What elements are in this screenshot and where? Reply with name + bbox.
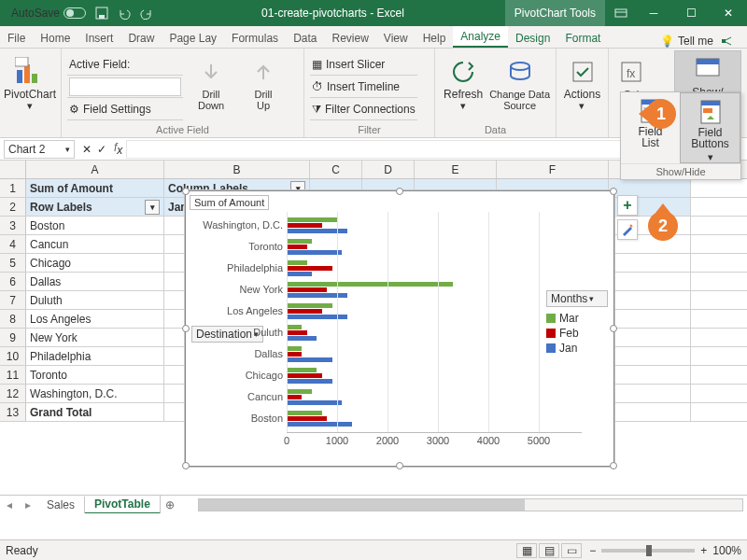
zoom-level[interactable]: 100% (712, 544, 741, 557)
tab-view[interactable]: View (376, 28, 416, 48)
active-field-input[interactable] (69, 77, 181, 96)
col-header-a[interactable]: A (26, 161, 164, 178)
pivot-chart[interactable]: Sum of Amount Destination▾ Washington, D… (185, 190, 614, 467)
row-header[interactable]: 2 (0, 198, 26, 216)
tab-help[interactable]: Help (416, 28, 454, 48)
cell[interactable]: Duluth (26, 291, 164, 309)
cell[interactable]: Row Labels▾ (26, 198, 164, 216)
share-button[interactable] (721, 35, 747, 48)
sheet-tab-sales[interactable]: Sales (37, 497, 85, 513)
name-box[interactable]: Chart 2▾ (4, 140, 75, 159)
insert-slicer-button[interactable]: ▦Insert Slicer (310, 55, 417, 76)
tab-review[interactable]: Review (324, 28, 375, 48)
tab-draw[interactable]: Draw (120, 28, 162, 48)
resize-handle[interactable] (610, 325, 617, 332)
cell[interactable] (609, 347, 691, 365)
row-header[interactable]: 8 (0, 310, 26, 328)
row-header[interactable]: 12 (0, 385, 26, 402)
view-normal-button[interactable]: ▦ (516, 543, 537, 558)
resize-handle[interactable] (610, 188, 617, 195)
row-header[interactable]: 3 (0, 217, 26, 234)
resize-handle[interactable] (396, 462, 403, 469)
zoom-out-button[interactable]: − (589, 544, 596, 557)
field-settings-button[interactable]: Field Settings (83, 103, 151, 116)
select-all-corner[interactable] (0, 161, 26, 178)
sheet-tab-pivottable[interactable]: PivotTable (85, 496, 161, 514)
tell-me[interactable]: 💡Tell me (653, 35, 721, 48)
cell[interactable] (609, 329, 691, 346)
tab-data[interactable]: Data (286, 28, 324, 48)
cell[interactable]: Sum of Amount (26, 179, 164, 197)
view-page-layout-button[interactable]: ▤ (539, 543, 559, 558)
tab-design[interactable]: Design (508, 28, 557, 48)
cell[interactable] (609, 310, 691, 328)
row-header[interactable]: 1 (0, 179, 26, 197)
tab-analyze[interactable]: Analyze (453, 26, 508, 48)
col-header-d[interactable]: D (362, 161, 415, 178)
col-header-e[interactable]: E (415, 161, 497, 178)
sheet-nav-next[interactable]: ▸ (19, 498, 37, 511)
sheet-nav-prev[interactable]: ◂ (0, 498, 19, 511)
resize-handle[interactable] (396, 188, 403, 195)
actions-button[interactable]: Actions▾ (562, 53, 602, 122)
chart-elements-button[interactable]: + (617, 195, 638, 216)
zoom-in-button[interactable]: + (700, 544, 707, 557)
tab-page-layout[interactable]: Page Lay (162, 28, 224, 48)
col-header-c[interactable]: C (310, 161, 362, 178)
new-sheet-button[interactable]: ⊕ (161, 498, 179, 511)
tab-file[interactable]: File (0, 28, 33, 48)
chart-styles-button[interactable] (617, 219, 638, 240)
undo-icon[interactable] (118, 7, 131, 20)
cell[interactable] (609, 403, 691, 421)
fx-icon[interactable]: fx (114, 141, 122, 157)
cell[interactable] (609, 273, 691, 290)
resize-handle[interactable] (182, 188, 190, 195)
field-buttons-button[interactable]: Field Buttons ▾ (680, 92, 740, 163)
cell[interactable]: Cancun (26, 235, 164, 253)
cell[interactable]: Dallas (26, 273, 164, 290)
chart-title-field-button[interactable]: Sum of Amount (190, 195, 269, 210)
cell[interactable]: New York (26, 329, 164, 346)
plot-area[interactable]: Washington, D.C.TorontoPhiladelphiaNew Y… (287, 212, 582, 451)
horizontal-scrollbar[interactable] (198, 498, 743, 511)
tab-insert[interactable]: Insert (78, 28, 120, 48)
row-header[interactable]: 9 (0, 329, 26, 346)
cell[interactable] (609, 385, 691, 402)
resize-handle[interactable] (182, 462, 190, 469)
refresh-button[interactable]: Refresh▾ (441, 53, 486, 122)
cell[interactable]: Boston (26, 217, 164, 234)
close-button[interactable]: ✕ (710, 0, 747, 26)
cell[interactable]: Washington, D.C. (26, 385, 164, 402)
tab-formulas[interactable]: Formulas (224, 28, 286, 48)
cell[interactable]: Chicago (26, 254, 164, 272)
autosave-toggle[interactable]: AutoSave (11, 7, 86, 20)
row-header[interactable]: 7 (0, 291, 26, 309)
redo-icon[interactable] (140, 7, 153, 20)
cell[interactable]: Toronto (26, 366, 164, 384)
row-header[interactable]: 13 (0, 403, 26, 421)
zoom-slider[interactable] (601, 549, 695, 553)
cell[interactable] (609, 366, 691, 384)
row-header[interactable]: 6 (0, 273, 26, 290)
cell[interactable]: Los Angeles (26, 310, 164, 328)
save-icon[interactable] (95, 7, 108, 20)
view-page-break-button[interactable]: ▭ (561, 543, 582, 558)
cell[interactable]: Grand Total (26, 403, 164, 421)
row-header[interactable]: 5 (0, 254, 26, 272)
pivotchart-button[interactable]: PivotChart▾ (6, 53, 54, 122)
cell[interactable] (609, 291, 691, 309)
change-data-source-button[interactable]: Change Data Source (489, 53, 550, 122)
tab-format[interactable]: Format (557, 28, 608, 48)
row-header[interactable]: 4 (0, 235, 26, 253)
resize-handle[interactable] (610, 462, 617, 469)
row-header[interactable]: 10 (0, 347, 26, 365)
row-header[interactable]: 11 (0, 366, 26, 384)
resize-handle[interactable] (182, 325, 190, 332)
col-header-f[interactable]: F (497, 161, 609, 178)
chart-legend-field-button[interactable]: Months▾ (546, 290, 608, 307)
insert-timeline-button[interactable]: ⏱Insert Timeline (310, 77, 417, 98)
cell[interactable]: Philadelphia (26, 347, 164, 365)
tab-home[interactable]: Home (33, 28, 78, 48)
maximize-button[interactable]: ☐ (672, 0, 710, 26)
minimize-button[interactable]: ─ (635, 0, 672, 26)
